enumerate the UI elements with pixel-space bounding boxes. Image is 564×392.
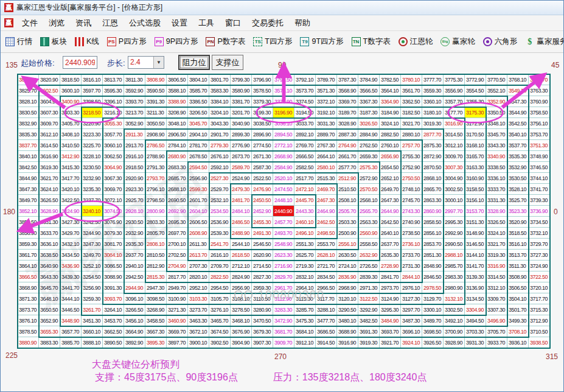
- chevron-down-icon[interactable]: ▼: [153, 57, 164, 68]
- grid-cell: 3007.30: [444, 162, 465, 173]
- grid-cell: 2724.10: [337, 261, 358, 271]
- menu-item-4[interactable]: 公式选股: [124, 16, 166, 30]
- grid-cell: 3225.70: [82, 140, 103, 151]
- grid-cell: 3300.10: [422, 304, 444, 315]
- grid-cell: 3456.10: [124, 315, 145, 326]
- grid-cell: 3132.10: [444, 293, 465, 304]
- grid-cell: 2884.90: [358, 129, 380, 140]
- grid-cell: 3396.10: [103, 96, 124, 107]
- grid-cell: 3468.10: [231, 315, 252, 326]
- grid-cell: 3823.30: [18, 74, 39, 85]
- menu-item-7[interactable]: 窗口: [220, 16, 246, 30]
- menu-item-1[interactable]: 浏览: [43, 16, 70, 30]
- grid-cell: 3796.90: [252, 74, 273, 85]
- grid-cell: 2745.70: [401, 195, 422, 206]
- menu-item-0[interactable]: 文件: [16, 16, 43, 30]
- grid-cell: 3480.10: [337, 315, 358, 326]
- grid-cell: 2750.50: [401, 173, 422, 184]
- grid-cell: 2546.50: [252, 239, 273, 250]
- grid-cell: 3237.70: [82, 195, 103, 206]
- badge-ts-icon: TS: [253, 37, 262, 46]
- menu-item-9[interactable]: 帮助: [289, 16, 316, 30]
- step-combobox[interactable]: 2.4 ▼: [128, 56, 164, 69]
- grid-cell: 3067.30: [103, 173, 124, 184]
- grid-cell: 2707.30: [188, 261, 209, 271]
- grid-cell: 3343.30: [486, 140, 507, 151]
- toolbar-item-赢家服务[interactable]: $赢家服务: [525, 37, 564, 47]
- grid-cell: 3216.10: [103, 107, 124, 118]
- grid-cell: 2990.50: [444, 239, 465, 250]
- toolbar-item-P数字表[interactable]: PNP数字表: [206, 37, 245, 47]
- grid-cell: 3540.10: [507, 129, 529, 140]
- grid-cell: 3463.30: [188, 315, 209, 326]
- grid-cell: 2642.50: [380, 217, 401, 228]
- grid-cell: 2872.90: [422, 151, 444, 162]
- grid-cell: 3002.50: [444, 184, 465, 195]
- menu-item-5[interactable]: 设置: [166, 16, 193, 30]
- grid-cell: 3036.10: [273, 118, 294, 129]
- grid-cell: 2757.70: [401, 140, 422, 151]
- grid-cell: 2954.50: [209, 282, 231, 293]
- grid-cell: 2839.30: [358, 271, 380, 282]
- menu-item-3[interactable]: 江恩: [97, 16, 124, 30]
- grid-cell: 3892.90: [124, 337, 145, 348]
- grid-cell: 3799.30: [231, 74, 252, 85]
- menu-item-2[interactable]: 资讯: [70, 16, 97, 30]
- toolbar-item-T四方形[interactable]: TST四方形: [253, 37, 292, 47]
- toolbar-item-T数字表[interactable]: TNT数字表: [352, 37, 391, 47]
- grid-cell: 3328.90: [486, 206, 507, 217]
- support-button[interactable]: 支撑位: [212, 55, 243, 70]
- grid-cell: 3926.50: [422, 337, 444, 348]
- grid-cell: 3532.90: [507, 162, 529, 173]
- grid-cell: 2908.90: [145, 129, 167, 140]
- toolbar-item-P四方形[interactable]: PSP四方形: [107, 37, 147, 47]
- toolbar-item-K线[interactable]: K线: [75, 37, 99, 47]
- grid-cell: 3600.10: [60, 85, 82, 96]
- grid-cell: 2904.10: [188, 129, 209, 140]
- grid-cell: 3412.90: [60, 151, 82, 162]
- start-price-input[interactable]: [63, 56, 97, 69]
- grid-cell: 2628.10: [316, 250, 337, 261]
- grid-cell: 3787.30: [337, 74, 358, 85]
- grid-cell: 3060.10: [103, 140, 124, 151]
- grid-cell: 3820.90: [39, 74, 60, 85]
- menu-item-8[interactable]: 交易委托: [246, 16, 289, 30]
- grid-cell: 2668.90: [273, 151, 294, 162]
- menu-item-6[interactable]: 工具: [193, 16, 220, 30]
- grid-cell: 2560.90: [358, 228, 380, 239]
- grid-cell: 3458.50: [145, 315, 167, 326]
- grid-cell: 3158.50: [465, 184, 486, 195]
- toolbar-item-9P四方形[interactable]: P99P四方形: [155, 37, 198, 47]
- grid-cell: 3316.90: [486, 261, 507, 271]
- toolbar-item-行情[interactable]: 行情: [5, 37, 32, 47]
- grid-cell: 2834.50: [316, 271, 337, 282]
- grid-cell: 3417.70: [60, 173, 82, 184]
- toolbar-item-9T四方形[interactable]: T99T四方形: [300, 37, 343, 47]
- toolbar-item-江恩轮[interactable]: 江恩轮: [399, 37, 433, 47]
- grid-cell: 3340.90: [486, 151, 507, 162]
- wheel-icon: [399, 37, 408, 46]
- resistance-button[interactable]: 阻力位: [178, 55, 210, 70]
- angle-label-180: 180: [3, 208, 15, 216]
- grid-cell: 3703.30: [465, 326, 486, 337]
- grid-cell: 3501.70: [507, 304, 529, 315]
- toolbar-item-赢家轮[interactable]: Big赢家轮: [440, 37, 475, 47]
- toolbar-item-六角形[interactable]: 六角形: [483, 37, 518, 47]
- toolbar-item-板块[interactable]: 板块: [40, 37, 67, 47]
- grid-cell: 3144.10: [465, 250, 486, 261]
- grid-cell: 2743.30: [401, 206, 422, 217]
- grid-cell: 3278.50: [231, 304, 252, 315]
- grid-cell: 2721.70: [316, 261, 337, 271]
- grid-cell: 2702.50: [167, 250, 188, 261]
- grid-cell: 2858.50: [422, 217, 444, 228]
- grid-cell: 2450.50: [252, 195, 273, 206]
- grid-cell: 3297.70: [401, 304, 422, 315]
- grid-cell: 3482.50: [358, 315, 380, 326]
- grid-cell: 2484.10: [231, 206, 252, 217]
- grid-cell: 3792.10: [294, 74, 316, 85]
- analysis-detail: 支撑：45度3175点、90度3196点压力：135度3218点、180度324…: [95, 371, 426, 384]
- grid-cell: 3319.30: [486, 250, 507, 261]
- grid-cell: 3842.50: [18, 162, 39, 173]
- menu-bar-items: 文件浏览资讯江恩公式选股设置工具窗口交易委托帮助: [16, 16, 316, 30]
- grid-cell: 2656.90: [380, 151, 401, 162]
